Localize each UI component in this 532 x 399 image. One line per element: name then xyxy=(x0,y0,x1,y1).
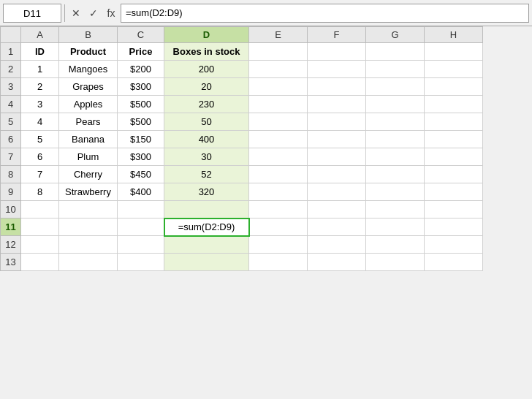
cell-G2[interactable] xyxy=(366,61,425,78)
cell-B1[interactable]: Product xyxy=(59,43,118,61)
cell-C9[interactable]: $400 xyxy=(118,183,164,201)
cell-D3[interactable]: 20 xyxy=(164,78,249,96)
cell-G8[interactable] xyxy=(366,166,425,183)
cell-B9[interactable]: Strawberry xyxy=(59,183,118,201)
cell-E10[interactable] xyxy=(249,201,308,218)
cell-B8[interactable]: Cherry xyxy=(59,166,118,183)
cell-B11[interactable] xyxy=(59,218,118,236)
cell-D7[interactable]: 30 xyxy=(164,148,249,166)
cell-G5[interactable] xyxy=(366,113,425,131)
cell-F13[interactable] xyxy=(308,254,366,271)
cell-G11[interactable] xyxy=(366,218,425,236)
cell-H13[interactable] xyxy=(425,254,483,271)
cell-A4[interactable]: 3 xyxy=(21,96,59,113)
col-header-h[interactable]: H xyxy=(425,27,483,43)
cell-E6[interactable] xyxy=(249,131,308,148)
cell-E7[interactable] xyxy=(249,148,308,166)
cell-D9[interactable]: 320 xyxy=(164,183,249,201)
cell-H8[interactable] xyxy=(425,166,483,183)
cell-A6[interactable]: 5 xyxy=(21,131,59,148)
cell-F6[interactable] xyxy=(308,131,366,148)
cell-B2[interactable]: Mangoes xyxy=(59,61,118,78)
row-header-11[interactable]: 11 xyxy=(1,218,21,236)
cell-F10[interactable] xyxy=(308,201,366,218)
cell-G10[interactable] xyxy=(366,201,425,218)
row-header-6[interactable]: 6 xyxy=(1,131,21,148)
cell-B6[interactable]: Banana xyxy=(59,131,118,148)
cell-H9[interactable] xyxy=(425,183,483,201)
row-header-2[interactable]: 2 xyxy=(1,61,21,78)
cell-C3[interactable]: $300 xyxy=(118,78,164,96)
cell-C11[interactable] xyxy=(118,218,164,236)
cell-F4[interactable] xyxy=(308,96,366,113)
cell-H2[interactable] xyxy=(425,61,483,78)
cell-E13[interactable] xyxy=(249,254,308,271)
cell-B12[interactable] xyxy=(59,236,118,254)
cell-G6[interactable] xyxy=(366,131,425,148)
cell-E5[interactable] xyxy=(249,113,308,131)
cell-E12[interactable] xyxy=(249,236,308,254)
name-box[interactable]: D11 xyxy=(3,4,61,23)
cell-D1[interactable]: Boxes in stock xyxy=(164,43,249,61)
cell-A11[interactable] xyxy=(21,218,59,236)
col-header-e[interactable]: E xyxy=(249,27,308,43)
row-header-13[interactable]: 13 xyxy=(1,254,21,271)
cell-C12[interactable] xyxy=(118,236,164,254)
col-header-a[interactable]: A xyxy=(21,27,59,43)
cell-C2[interactable]: $200 xyxy=(118,61,164,78)
cell-C8[interactable]: $450 xyxy=(118,166,164,183)
row-header-8[interactable]: 8 xyxy=(1,166,21,183)
cell-A5[interactable]: 4 xyxy=(21,113,59,131)
cell-D4[interactable]: 230 xyxy=(164,96,249,113)
cell-A1[interactable]: ID xyxy=(21,43,59,61)
cell-A3[interactable]: 2 xyxy=(21,78,59,96)
cell-C10[interactable] xyxy=(118,201,164,218)
cell-A9[interactable]: 8 xyxy=(21,183,59,201)
cell-A12[interactable] xyxy=(21,236,59,254)
cell-E11[interactable] xyxy=(249,218,308,236)
cell-E4[interactable] xyxy=(249,96,308,113)
formula-input[interactable] xyxy=(121,4,529,23)
cell-C6[interactable]: $150 xyxy=(118,131,164,148)
cell-H11[interactable] xyxy=(425,218,483,236)
cell-G13[interactable] xyxy=(366,254,425,271)
cancel-button[interactable]: ✕ xyxy=(68,5,84,21)
cell-B7[interactable]: Plum xyxy=(59,148,118,166)
cell-H12[interactable] xyxy=(425,236,483,254)
cell-G3[interactable] xyxy=(366,78,425,96)
col-header-c[interactable]: C xyxy=(118,27,164,43)
col-header-f[interactable]: F xyxy=(308,27,366,43)
cell-E2[interactable] xyxy=(249,61,308,78)
cell-D13[interactable] xyxy=(164,254,249,271)
cell-D11[interactable]: =sum(D2:D9) xyxy=(164,218,249,236)
cell-A10[interactable] xyxy=(21,201,59,218)
cell-H1[interactable] xyxy=(425,43,483,61)
cell-C13[interactable] xyxy=(118,254,164,271)
cell-F1[interactable] xyxy=(308,43,366,61)
cell-H7[interactable] xyxy=(425,148,483,166)
cell-E3[interactable] xyxy=(249,78,308,96)
row-header-5[interactable]: 5 xyxy=(1,113,21,131)
row-header-1[interactable]: 1 xyxy=(1,43,21,61)
row-header-12[interactable]: 12 xyxy=(1,236,21,254)
cell-D2[interactable]: 200 xyxy=(164,61,249,78)
cell-E8[interactable] xyxy=(249,166,308,183)
cell-G12[interactable] xyxy=(366,236,425,254)
cell-H3[interactable] xyxy=(425,78,483,96)
cell-H5[interactable] xyxy=(425,113,483,131)
cell-G1[interactable] xyxy=(366,43,425,61)
cell-A8[interactable]: 7 xyxy=(21,166,59,183)
row-header-10[interactable]: 10 xyxy=(1,201,21,218)
col-header-d[interactable]: D xyxy=(164,27,249,43)
cell-H4[interactable] xyxy=(425,96,483,113)
cell-F12[interactable] xyxy=(308,236,366,254)
cell-B13[interactable] xyxy=(59,254,118,271)
cell-D12[interactable] xyxy=(164,236,249,254)
cell-E9[interactable] xyxy=(249,183,308,201)
row-header-3[interactable]: 3 xyxy=(1,78,21,96)
cell-C1[interactable]: Price xyxy=(118,43,164,61)
cell-F3[interactable] xyxy=(308,78,366,96)
confirm-button[interactable]: ✓ xyxy=(86,5,102,21)
col-header-b[interactable]: B xyxy=(59,27,118,43)
cell-D5[interactable]: 50 xyxy=(164,113,249,131)
